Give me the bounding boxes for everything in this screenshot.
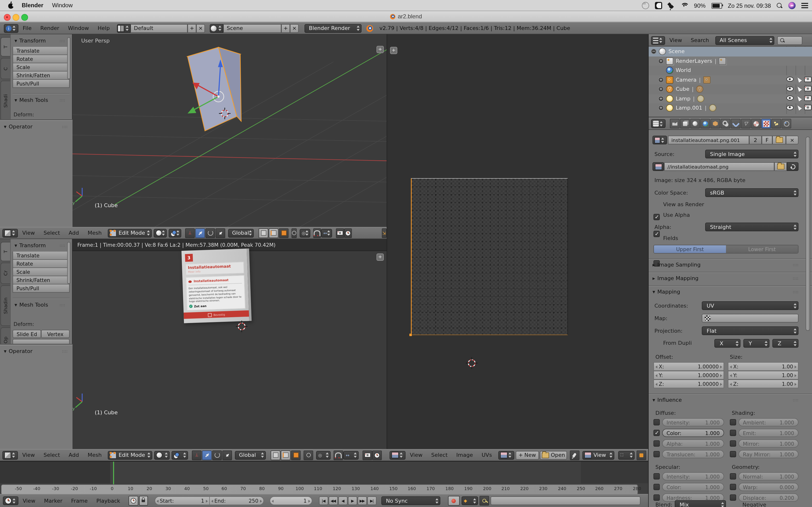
proportional-edit-select[interactable]: ◎ xyxy=(300,229,310,237)
texture-users-count[interactable]: 2 xyxy=(749,136,762,145)
fake-user-button[interactable]: F xyxy=(762,136,772,145)
timeline-menu-item[interactable]: Playback xyxy=(92,498,124,504)
tool-button[interactable]: Translate xyxy=(12,251,69,260)
outliner-item-label[interactable]: RenderLayers xyxy=(676,58,712,64)
tool-button-clipped[interactable] xyxy=(12,339,69,345)
outliner-item-label[interactable]: Camera xyxy=(676,77,697,83)
outliner-row-renderlayers[interactable]: +RenderLayers| xyxy=(649,56,812,66)
tool-button[interactable]: Scale xyxy=(12,268,69,276)
outliner-item-label[interactable]: Cube xyxy=(676,86,690,93)
outliner-search-field[interactable] xyxy=(777,36,802,45)
influence-checkbox[interactable] xyxy=(730,484,736,490)
properties-region-expand[interactable]: + xyxy=(376,46,384,53)
spotlight-icon[interactable] xyxy=(777,3,782,8)
shelf-scrollbar[interactable] xyxy=(67,242,70,284)
scene-browse[interactable] xyxy=(210,24,223,33)
influence-checkbox[interactable] xyxy=(654,440,660,447)
visibility-toggle[interactable] xyxy=(786,105,794,110)
size-field[interactable]: Y:1.00 xyxy=(728,371,799,380)
renderability-toggle[interactable] xyxy=(804,105,812,110)
snap-toggle[interactable] xyxy=(313,228,321,238)
outliner-row-lamp[interactable]: +Lamp| xyxy=(649,94,812,103)
use-alpha-checkbox[interactable] xyxy=(654,231,660,237)
view3d-menu-item[interactable]: View xyxy=(18,452,39,458)
editor-type-timeline[interactable] xyxy=(3,496,18,505)
source-select[interactable]: Single Image xyxy=(705,150,799,158)
browse-file-button[interactable] xyxy=(774,162,787,171)
renderability-toggle[interactable] xyxy=(804,95,812,101)
renderability-toggle[interactable] xyxy=(804,86,812,91)
visibility-toggle[interactable] xyxy=(786,96,794,101)
manipulator-translate-toggle[interactable] xyxy=(202,450,212,460)
uv-menu-item[interactable]: Select xyxy=(427,452,452,458)
image-browse[interactable] xyxy=(498,451,514,459)
outliner-item-label[interactable]: Scene xyxy=(668,49,684,55)
tab-physics[interactable] xyxy=(781,119,791,128)
info-menu-item[interactable]: File xyxy=(18,25,36,32)
colorspace-select[interactable]: sRGB xyxy=(705,188,799,197)
creative-cloud-icon[interactable] xyxy=(642,2,649,9)
selectability-toggle[interactable] xyxy=(796,76,802,82)
editor-type-image[interactable] xyxy=(390,451,406,459)
panel-mapping[interactable]: ▼Mapping xyxy=(653,289,680,295)
pivot-select[interactable] xyxy=(172,451,188,459)
outliner-row-scene[interactable]: −Scene xyxy=(649,47,812,56)
view3d-menu-item[interactable]: Select xyxy=(39,230,64,236)
manipulator-scale-toggle[interactable] xyxy=(222,450,232,460)
frame-start-field[interactable]: Start:1 xyxy=(154,496,209,505)
occlude-geometry-toggle[interactable] xyxy=(304,450,313,460)
timeline-menu-item[interactable]: View xyxy=(18,498,40,504)
panel-image-mapping[interactable]: ▶Image Mapping xyxy=(653,275,698,282)
info-menu-item[interactable]: Help xyxy=(93,25,114,32)
black-app-icon[interactable] xyxy=(655,2,662,9)
view3d-menu-item[interactable]: Add xyxy=(64,230,83,236)
layout-add-button[interactable]: + xyxy=(188,24,196,33)
tab-render-layers[interactable] xyxy=(680,119,690,128)
influence-slider[interactable]: Emit:1.000 xyxy=(739,429,799,437)
tool-button[interactable]: Vertex xyxy=(41,330,69,338)
uv-menu-item[interactable]: Image xyxy=(452,452,477,458)
influence-checkbox[interactable] xyxy=(730,440,736,447)
manipulator-scale-toggle[interactable] xyxy=(215,228,225,238)
axis-select[interactable]: Y xyxy=(743,339,769,348)
vertex-select-button[interactable] xyxy=(271,450,281,460)
uv-image-grid[interactable] xyxy=(411,178,568,335)
outliner-item-label[interactable]: World xyxy=(676,67,691,74)
offset-field[interactable]: X:1.00000 xyxy=(654,362,724,371)
tab-scene[interactable] xyxy=(690,119,700,128)
outliner-menu-item[interactable]: View xyxy=(665,37,686,44)
pivot-select[interactable] xyxy=(169,229,181,237)
edge-select-button[interactable] xyxy=(269,228,278,238)
scene-add-button[interactable]: + xyxy=(281,24,290,33)
manipulator-rotate-toggle[interactable] xyxy=(212,450,222,460)
view3d-menu-item[interactable]: View xyxy=(18,230,39,236)
image-open-button[interactable]: Open xyxy=(540,451,567,459)
influence-checkbox[interactable] xyxy=(730,495,736,501)
influence-checkbox[interactable] xyxy=(654,473,660,480)
layout-browse[interactable] xyxy=(117,24,131,33)
mode-select[interactable]: Edit Mode xyxy=(108,229,152,237)
editor-type-outliner[interactable] xyxy=(651,36,665,45)
layout-name-field[interactable]: Default xyxy=(131,24,188,33)
current-frame-line[interactable] xyxy=(113,462,114,484)
expand-toggle[interactable]: + xyxy=(658,77,664,82)
reload-image-button[interactable] xyxy=(787,162,799,171)
tool-button[interactable]: Push/Pull xyxy=(12,80,69,88)
properties-region-expand[interactable]: + xyxy=(376,253,384,261)
view3d-menu-item[interactable]: Select xyxy=(39,452,64,458)
image-display-select[interactable]: View xyxy=(582,451,614,459)
shelf-tab-t[interactable]: T xyxy=(0,242,10,261)
playback-range-toggle[interactable] xyxy=(128,496,138,506)
uv-menu-item[interactable]: UVs xyxy=(477,452,496,458)
viewport-3d-top[interactable]: y User Persp (1) Cube + TCShadiOGrea ▼Tr… xyxy=(0,34,387,227)
viewport-3d-bottom[interactable]: Frame:1 | Time:00:00.37 | Ve:8 Fa:6 La:2… xyxy=(0,239,387,449)
tool-button[interactable]: Push/Pull xyxy=(12,284,69,293)
expand-toggle[interactable]: + xyxy=(658,96,664,101)
transform-orientation-select[interactable]: Global xyxy=(228,229,254,237)
influence-slider[interactable]: Ambient:1.000 xyxy=(739,418,799,427)
influence-slider[interactable]: Translucen:1.000 xyxy=(662,450,724,458)
playback-button[interactable]: ▶ xyxy=(348,496,357,505)
uv-menu-item[interactable]: View xyxy=(406,452,427,458)
visibility-toggle[interactable] xyxy=(786,86,794,91)
manipulator-translate-toggle[interactable] xyxy=(195,228,205,238)
